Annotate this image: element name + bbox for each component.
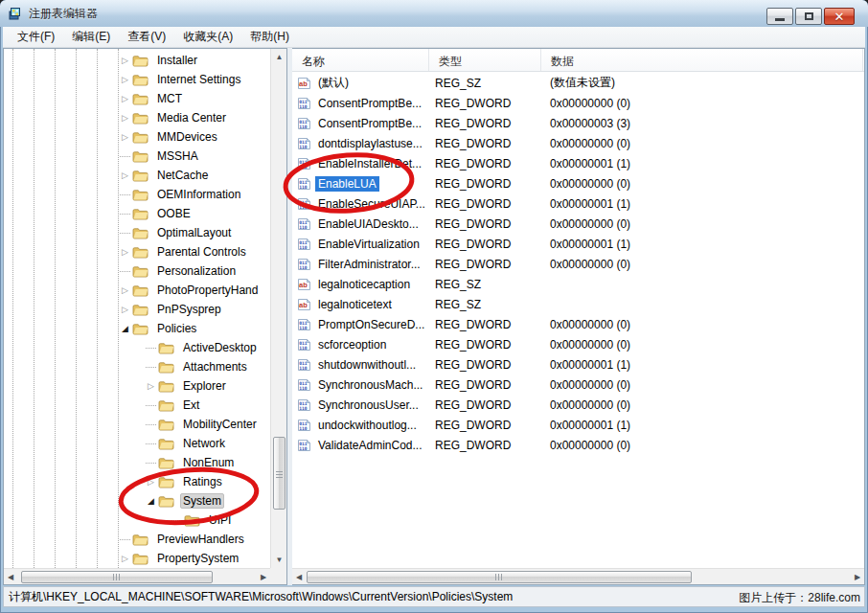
expand-arrow-icon[interactable]: ▷ bbox=[119, 305, 131, 314]
tree-item-mmdevices[interactable]: ▷MMDevices bbox=[4, 127, 270, 147]
tree-item-previewhandlers[interactable]: PreviewHandlers bbox=[4, 530, 270, 549]
tree-item-personalization[interactable]: Personalization bbox=[4, 261, 270, 281]
expand-arrow-icon[interactable]: ▷ bbox=[119, 56, 131, 65]
string-value-icon: ab bbox=[297, 278, 312, 291]
value-type: REG_DWORD bbox=[429, 177, 541, 191]
expand-arrow-icon[interactable]: ▷ bbox=[145, 381, 157, 391]
value-row-enableinstallerdet-[interactable]: 011110EnableInstallerDet...REG_DWORD0x00… bbox=[292, 153, 864, 173]
expand-arrow-icon[interactable]: ▷ bbox=[119, 170, 131, 180]
expand-arrow-icon[interactable]: ▷ bbox=[119, 94, 131, 103]
tree-label: Personalization bbox=[154, 263, 239, 279]
tree-item-nonenum[interactable]: NonEnum bbox=[4, 453, 270, 472]
tree-item-attachments[interactable]: Attachments bbox=[4, 357, 270, 376]
tree-item-explorer[interactable]: ▷Explorer bbox=[4, 376, 270, 396]
close-button[interactable]: ✕ bbox=[824, 8, 855, 25]
svg-text:110: 110 bbox=[299, 426, 308, 431]
svg-text:110: 110 bbox=[299, 245, 308, 250]
tree-item-pnpsysprep[interactable]: ▷PnPSysprep bbox=[4, 300, 270, 319]
value-row-enableuiadeskto-[interactable]: 011110EnableUIADeskto...REG_DWORD0x00000… bbox=[292, 214, 864, 234]
list-horizontal-scrollbar[interactable]: ◀ ▶ bbox=[292, 568, 864, 584]
scroll-down-icon[interactable]: ▼ bbox=[271, 552, 287, 568]
value-row-synchronoususer-[interactable]: 011110SynchronousUser...REG_DWORD0x00000… bbox=[292, 395, 864, 415]
expand-arrow-icon[interactable]: ▷ bbox=[119, 132, 131, 142]
collapse-arrow-icon[interactable]: ◢ bbox=[119, 324, 131, 333]
scroll-left-icon[interactable]: ◀ bbox=[4, 569, 17, 585]
value-row-legalnoticetext[interactable]: ablegalnoticetextREG_SZ bbox=[292, 294, 864, 314]
minimize-button[interactable] bbox=[766, 8, 793, 25]
tree-horizontal-scrollbar[interactable]: ◀ ▶ bbox=[4, 568, 286, 584]
value-name-cell: 011110undockwithoutlog... bbox=[292, 418, 429, 433]
expand-arrow-icon[interactable]: ▷ bbox=[119, 554, 131, 563]
menu-item[interactable]: 收藏夹(A) bbox=[174, 26, 241, 48]
tree-item-activedesktop[interactable]: ActiveDesktop bbox=[4, 338, 270, 357]
tree-item-uipi[interactable]: UIPI bbox=[4, 511, 270, 530]
tree-item-oobe[interactable]: OOBE bbox=[4, 204, 270, 223]
expand-arrow-icon[interactable]: ▷ bbox=[119, 113, 131, 123]
expand-arrow-icon[interactable]: ▷ bbox=[119, 75, 131, 84]
value-row-dontdisplaylastuse-[interactable]: 011110dontdisplaylastuse...REG_DWORD0x00… bbox=[292, 133, 864, 153]
value-name: shutdownwithoutl... bbox=[315, 357, 419, 373]
tree-item-ext[interactable]: Ext bbox=[4, 396, 270, 415]
tree-item-mct[interactable]: ▷MCT bbox=[4, 89, 270, 108]
tree-item-installer[interactable]: ▷Installer bbox=[4, 51, 270, 70]
tree-item-photopropertyhand[interactable]: ▷PhotoPropertyHand bbox=[4, 281, 270, 300]
tree-item-policies[interactable]: ◢Policies bbox=[4, 319, 270, 338]
value-row-scforceoption[interactable]: 011110scforceoptionREG_DWORD0x00000000 (… bbox=[292, 334, 864, 354]
expand-arrow-icon[interactable]: ▷ bbox=[119, 247, 131, 257]
tree-item-mobilitycenter[interactable]: MobilityCenter bbox=[4, 415, 270, 434]
value-row-undockwithoutlog-[interactable]: 011110undockwithoutlog...REG_DWORD0x0000… bbox=[292, 415, 864, 435]
svg-text:110: 110 bbox=[299, 104, 308, 109]
tree-item-mssha[interactable]: MSSHA bbox=[4, 147, 270, 166]
value-row-enablelua[interactable]: 011110EnableLUAREG_DWORD0x00000000 (0) bbox=[292, 173, 864, 193]
svg-text:110: 110 bbox=[299, 185, 308, 190]
value-row--[interactable]: ab(默认)REG_SZ(数值未设置) bbox=[292, 73, 864, 93]
column-header[interactable]: 数据 bbox=[541, 49, 863, 71]
tree-hscroll-thumb[interactable] bbox=[21, 571, 213, 583]
expand-arrow-icon[interactable]: ▷ bbox=[119, 285, 131, 295]
menu-item[interactable]: 编辑(E) bbox=[63, 26, 119, 48]
scroll-right-icon[interactable]: ▶ bbox=[851, 569, 864, 585]
folder-icon bbox=[158, 437, 175, 450]
tree-item-internet-settings[interactable]: ▷Internet Settings bbox=[4, 70, 270, 89]
value-row-validateadmincod-[interactable]: 011110ValidateAdminCod...REG_DWORD0x0000… bbox=[292, 435, 864, 455]
value-row-enablesecureuiap-[interactable]: 011110EnableSecureUIAP...REG_DWORD0x0000… bbox=[292, 193, 864, 214]
value-name: EnableVirtualization bbox=[315, 237, 423, 252]
tree-item-system[interactable]: ◢System bbox=[4, 491, 270, 511]
folder-icon bbox=[158, 475, 175, 488]
collapse-arrow-icon[interactable]: ◢ bbox=[145, 496, 157, 506]
value-name-cell: 011110SynchronousUser... bbox=[292, 397, 429, 413]
tree-item-network[interactable]: Network bbox=[4, 434, 270, 453]
column-header[interactable]: 名称 bbox=[292, 49, 429, 71]
value-row-legalnoticecaption[interactable]: ablegalnoticecaptionREG_SZ bbox=[292, 274, 864, 294]
svg-text:110: 110 bbox=[299, 125, 308, 129]
title-bar[interactable]: 注册表编辑器 ✕ bbox=[0, 0, 868, 27]
menu-item[interactable]: 文件(F) bbox=[9, 26, 63, 48]
menu-item[interactable]: 帮助(H) bbox=[241, 26, 298, 48]
expand-arrow-icon[interactable]: ▷ bbox=[145, 477, 157, 487]
value-row-consentpromptbe-[interactable]: 011110ConsentPromptBe...REG_DWORD0x00000… bbox=[292, 93, 864, 113]
tree-item-media-center[interactable]: ▷Media Center bbox=[4, 108, 270, 127]
scroll-right-icon[interactable]: ▶ bbox=[257, 569, 270, 585]
list-hscroll-thumb[interactable] bbox=[307, 571, 692, 583]
scroll-up-icon[interactable]: ▲ bbox=[271, 49, 287, 65]
value-row-filteradministrator-[interactable]: 011110FilterAdministrator...REG_DWORD0x0… bbox=[292, 254, 864, 274]
value-row-promptonsecured-[interactable]: 011110PromptOnSecureD...REG_DWORD0x00000… bbox=[292, 314, 864, 334]
tree-item-parental-controls[interactable]: ▷Parental Controls bbox=[4, 242, 270, 261]
tree-vscroll-thumb[interactable] bbox=[273, 437, 286, 510]
value-row-synchronousmach-[interactable]: 011110SynchronousMach...REG_DWORD0x00000… bbox=[292, 375, 864, 395]
maximize-button[interactable] bbox=[795, 8, 822, 25]
value-row-enablevirtualization[interactable]: 011110EnableVirtualizationREG_DWORD0x000… bbox=[292, 234, 864, 254]
scroll-left-icon[interactable]: ◀ bbox=[292, 569, 306, 585]
tree-item-netcache[interactable]: ▷NetCache bbox=[4, 166, 270, 185]
tree-item-propertysystem[interactable]: ▷PropertySystem bbox=[4, 549, 270, 568]
tree-item-ratings[interactable]: ▷Ratings bbox=[4, 472, 270, 491]
tree-vertical-scrollbar[interactable]: ▲ ▼ bbox=[270, 49, 286, 568]
column-header[interactable]: 类型 bbox=[429, 49, 541, 71]
value-row-shutdownwithoutl-[interactable]: 011110shutdownwithoutl...REG_DWORD0x0000… bbox=[292, 354, 864, 375]
tree-item-optimallayout[interactable]: OptimalLayout bbox=[4, 223, 270, 242]
value-name: EnableInstallerDet... bbox=[315, 156, 424, 171]
value-data: 0x00000000 (0) bbox=[541, 439, 864, 452]
tree-item-oeminformation[interactable]: OEMInformation bbox=[4, 185, 270, 204]
value-row-consentpromptbe-[interactable]: 011110ConsentPromptBe...REG_DWORD0x00000… bbox=[292, 113, 864, 133]
menu-item[interactable]: 查看(V) bbox=[119, 26, 174, 48]
